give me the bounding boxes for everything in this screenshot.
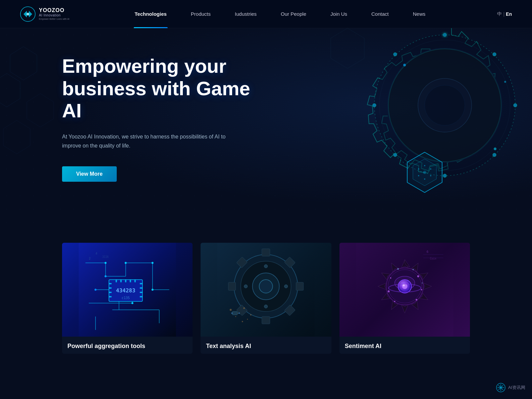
svg-point-89	[259, 280, 273, 293]
svg-rect-57	[140, 287, 143, 289]
card-sentiment[interactable]: 6 Coin	[339, 243, 470, 354]
svg-point-22	[430, 168, 431, 170]
svg-point-128	[416, 299, 417, 301]
lang-en[interactable]: En	[506, 11, 512, 17]
svg-point-144	[500, 387, 502, 389]
card-aggregation[interactable]: 434283 c135 2 4 3116	[62, 243, 193, 354]
svg-point-1	[26, 13, 29, 15]
logo-text: YOOZOO AI Innovation Empower Better Live…	[39, 7, 69, 21]
card-sentiment-image: 6 Coin	[339, 243, 470, 337]
svg-text:4: 4	[96, 252, 97, 255]
svg-rect-60	[116, 280, 117, 282]
svg-rect-53	[109, 287, 112, 289]
card-text-analysis-image	[201, 243, 331, 337]
svg-rect-80	[262, 317, 270, 324]
card-aggregation-image: 434283 c135 2 4 3116	[62, 243, 193, 337]
svg-point-71	[125, 262, 127, 264]
svg-point-134	[422, 283, 423, 284]
svg-point-16	[393, 153, 397, 157]
svg-point-18	[393, 53, 397, 56]
card-aggregation-title: Powerful aggregation tools	[62, 337, 193, 354]
cards-grid: 434283 c135 2 4 3116	[62, 243, 470, 354]
svg-point-72	[152, 262, 154, 264]
hero-description: At Yoozoo AI Innovation, we strive to ha…	[62, 132, 240, 150]
svg-point-70	[105, 262, 107, 264]
svg-point-21	[423, 171, 426, 174]
lang-switcher: 中 | En	[490, 11, 512, 17]
svg-point-28	[403, 64, 406, 66]
svg-point-129	[390, 277, 391, 279]
nav-item-our-people[interactable]: Our People	[269, 0, 318, 28]
svg-point-94	[230, 309, 232, 311]
svg-point-14	[493, 153, 496, 157]
svg-text:2: 2	[89, 257, 91, 260]
lang-divider: |	[503, 11, 504, 17]
svg-point-123	[402, 284, 407, 289]
svg-point-75	[95, 289, 97, 291]
svg-rect-82	[228, 282, 236, 290]
svg-point-91	[244, 285, 248, 288]
nav-item-contact[interactable]: Contact	[359, 0, 401, 28]
svg-point-24	[430, 175, 431, 176]
svg-point-30	[494, 148, 496, 150]
svg-point-27	[424, 178, 425, 180]
svg-point-126	[417, 275, 419, 277]
nav-item-technologies[interactable]: Technologies	[122, 0, 179, 28]
hero-content: Empowering your business with Game AI At…	[0, 28, 262, 182]
logo-icon	[20, 6, 36, 22]
svg-rect-54	[109, 292, 112, 293]
svg-point-100	[247, 319, 248, 320]
svg-point-23	[418, 168, 419, 170]
svg-rect-58	[140, 292, 143, 293]
svg-text:6: 6	[426, 250, 428, 253]
ai-visual: 6 Coin	[339, 243, 470, 337]
svg-point-127	[421, 289, 422, 290]
circuit-visual: 434283 c135 2 4 3116	[62, 243, 193, 337]
svg-point-131	[394, 301, 395, 302]
logo[interactable]: YOOZOO AI Innovation Empower Better Live…	[20, 6, 69, 22]
main-nav: Technologies Products Iudustries Our Peo…	[122, 0, 437, 28]
svg-point-124	[403, 284, 405, 286]
nav-item-join-us[interactable]: Join Us	[318, 0, 359, 28]
svg-rect-64	[135, 280, 136, 282]
svg-text:434283: 434283	[116, 287, 136, 294]
svg-point-74	[152, 289, 154, 291]
svg-point-132	[412, 269, 414, 270]
card-text-analysis[interactable]: Text analysis AI	[201, 243, 331, 354]
svg-point-10	[425, 85, 465, 125]
svg-point-29	[504, 81, 506, 83]
svg-point-17	[373, 104, 376, 107]
svg-point-73	[105, 275, 107, 277]
svg-rect-62	[125, 280, 126, 282]
gear-visual	[201, 243, 331, 337]
svg-rect-56	[140, 283, 143, 284]
svg-rect-55	[109, 296, 112, 297]
svg-rect-101	[232, 311, 237, 315]
svg-text:Coin: Coin	[430, 257, 436, 260]
svg-rect-52	[109, 283, 112, 284]
svg-marker-2	[331, 28, 364, 68]
svg-point-13	[514, 104, 517, 107]
nav-item-news[interactable]: News	[401, 0, 438, 28]
main-header: YOOZOO AI Innovation Empower Better Live…	[0, 0, 532, 28]
svg-point-97	[250, 314, 252, 316]
svg-point-12	[493, 53, 496, 56]
svg-point-25	[418, 175, 419, 176]
svg-point-93	[264, 265, 268, 268]
view-more-button[interactable]: View More	[62, 166, 117, 182]
watermark: AI资讯网	[496, 383, 525, 392]
card-sentiment-title: Sentiment AI	[339, 337, 470, 354]
svg-rect-103	[238, 312, 240, 314]
svg-rect-81	[296, 282, 304, 290]
card-text-analysis-title: Text analysis AI	[201, 337, 331, 354]
svg-point-133	[397, 268, 399, 270]
svg-text:3116: 3116	[102, 255, 109, 259]
hero-section: Empowering your business with Game AI At…	[0, 28, 532, 223]
svg-rect-102	[231, 312, 233, 314]
nav-item-industries[interactable]: Iudustries	[223, 0, 269, 28]
svg-text:c135: c135	[122, 296, 130, 300]
svg-point-90	[284, 285, 288, 288]
nav-item-products[interactable]: Products	[179, 0, 223, 28]
svg-point-130	[387, 290, 389, 292]
lang-cn[interactable]: 中	[497, 11, 502, 17]
